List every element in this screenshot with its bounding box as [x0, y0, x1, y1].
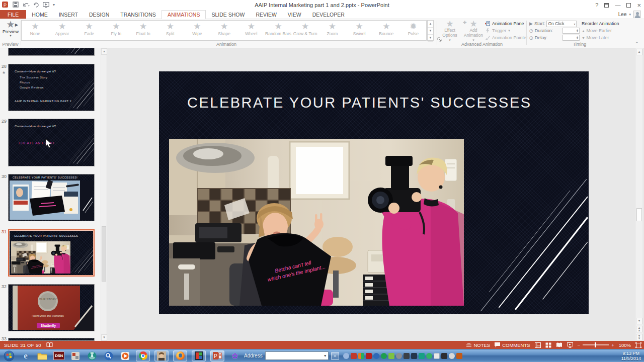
normal-view-icon[interactable] — [535, 342, 541, 348]
animation-style-none[interactable]: ★None — [22, 21, 49, 40]
fit-slide-to-window-icon[interactable] — [635, 342, 641, 348]
zoom-slider[interactable]: − + — [578, 342, 614, 348]
start-from-beginning-icon[interactable] — [43, 2, 49, 8]
restore-icon[interactable] — [626, 3, 631, 8]
animation-style-grow-turn[interactable]: ★Grow & Turn — [292, 21, 319, 40]
next-slide-icon[interactable]: ▼▼ — [636, 334, 642, 340]
tray-icon[interactable] — [419, 353, 425, 359]
tray-icon[interactable] — [404, 353, 410, 359]
tab-review[interactable]: REVIEW — [250, 10, 282, 19]
move-earlier-button[interactable]: ▲ Move Earlier — [582, 27, 632, 34]
zoom-knob[interactable] — [595, 342, 596, 347]
ribbon-display-options-icon[interactable] — [604, 3, 609, 8]
start-button[interactable] — [3, 350, 15, 361]
notes-button[interactable]: NOTES — [466, 342, 490, 348]
tiles-app-icon[interactable] — [192, 350, 206, 361]
media-app-icon[interactable] — [69, 350, 82, 361]
previous-slide-icon[interactable]: ▲▲ — [636, 326, 642, 332]
animation-style-fade[interactable]: ★Fade — [75, 21, 103, 40]
zoom-in-icon[interactable]: + — [611, 342, 614, 348]
tray-icon[interactable] — [388, 353, 394, 359]
thumbnail-slide-30[interactable]: CELEBRATE YOUR PATIENTS' SUCCESSES! — [8, 174, 95, 221]
scroll-down-icon[interactable]: ▼ — [636, 318, 642, 324]
tray-icon[interactable] — [373, 353, 379, 359]
tab-slideshow[interactable]: SLIDE SHOW — [206, 10, 250, 19]
thumbnail-slide-27-partial[interactable] — [8, 48, 95, 56]
flower-app-icon[interactable]: ✿ — [229, 350, 241, 361]
tray-icon[interactable] — [343, 353, 349, 359]
tray-icon[interactable] — [449, 353, 455, 359]
scroll-up-icon[interactable]: ▲ — [636, 49, 642, 55]
tray-icon[interactable] — [441, 353, 447, 359]
tray-icon[interactable] — [381, 353, 387, 359]
collapse-ribbon-icon[interactable]: ⌃ — [635, 41, 639, 46]
minimize-icon[interactable]: — — [615, 2, 620, 8]
animation-style-random-bars[interactable]: ★Random Bars — [265, 21, 292, 40]
add-animation-button[interactable]: ✚★ Add Animation ▾ — [462, 20, 485, 43]
slide-sorter-view-icon[interactable] — [545, 342, 551, 348]
gallery-scroll-down-icon[interactable]: ▼ — [428, 28, 433, 35]
patient-photo[interactable] — [169, 139, 464, 306]
address-input[interactable]: ▼ — [265, 351, 329, 360]
taskbar-clock[interactable]: 9:13 PM 11/5/2014 — [621, 351, 644, 361]
tray-icon[interactable] — [434, 353, 440, 359]
thumbnail-scrollbar[interactable]: ▲ ▼ — [101, 48, 107, 341]
animation-style-wipe[interactable]: ★Wipe — [184, 21, 211, 40]
address-go-icon[interactable]: » — [331, 352, 339, 360]
thumbnail-slide-28[interactable]: Content—How do we get it? The Success St… — [8, 64, 95, 111]
tab-animations[interactable]: ANIMATIONS — [162, 10, 206, 19]
tray-icon[interactable] — [358, 353, 364, 359]
animation-style-split[interactable]: ★Split — [156, 21, 184, 40]
close-icon[interactable]: × — [637, 2, 641, 9]
slide-title[interactable]: CELEBRATE YOUR PATIENTS' SUCCESSES — [187, 95, 532, 111]
firefox-icon[interactable] — [173, 350, 187, 361]
tab-insert[interactable]: INSERT — [53, 10, 84, 19]
tab-view[interactable]: VIEW — [282, 10, 307, 19]
chrome-icon[interactable] — [136, 350, 150, 361]
scroll-down-icon[interactable]: ▼ — [101, 334, 107, 341]
effect-options-button[interactable]: ★ Effect Options ▾ — [439, 20, 461, 43]
player-app-icon[interactable] — [119, 350, 131, 361]
undo-icon[interactable] — [22, 2, 30, 8]
powerpoint-taskbar-icon[interactable]: P — [210, 350, 224, 361]
duration-spinner[interactable]: ▲▼ — [562, 28, 580, 34]
scrollbar-thumb[interactable] — [636, 208, 642, 221]
chevron-down-icon[interactable]: ▼ — [324, 354, 327, 357]
tray-icon[interactable] — [366, 353, 372, 359]
zoom-out-icon[interactable]: − — [578, 342, 581, 348]
animation-style-swivel[interactable]: ★Swivel — [346, 21, 373, 40]
tray-icon[interactable] — [396, 353, 402, 359]
slideshow-view-icon[interactable] — [567, 342, 573, 348]
move-later-button[interactable]: ▼ Move Later — [582, 34, 632, 41]
start-select[interactable]: On Click▾ — [546, 21, 577, 27]
photo-window-icon[interactable] — [154, 350, 169, 361]
delay-spinner[interactable]: ▲▼ — [562, 35, 580, 41]
spellcheck-icon[interactable] — [46, 342, 53, 347]
dsn-app-icon[interactable]: DSN — [53, 350, 65, 361]
thumbnail-slide-31-selected[interactable]: CELEBRATE YOUR PATIENTS' SUCCESSES — [8, 229, 95, 277]
tab-design[interactable]: DESIGN — [84, 10, 115, 19]
spin-down-icon[interactable]: ▼ — [576, 30, 579, 33]
tab-file[interactable]: FILE — [0, 10, 26, 19]
comments-button[interactable]: COMMENTS — [495, 342, 530, 348]
animation-style-appear[interactable]: ★Appear — [49, 21, 76, 40]
file-explorer-icon[interactable] — [36, 350, 48, 361]
search-app-icon[interactable] — [103, 350, 115, 361]
scrollbar-thumb[interactable] — [102, 226, 106, 282]
scroll-up-icon[interactable]: ▲ — [101, 48, 107, 55]
customize-qat-icon[interactable]: ▾ — [53, 3, 55, 7]
internet-explorer-icon[interactable]: e — [20, 350, 32, 361]
zoom-track[interactable] — [583, 344, 609, 345]
gallery-scroll-up-icon[interactable]: ▲ — [428, 21, 433, 28]
tray-icon[interactable] — [456, 353, 462, 359]
account-area[interactable]: Lee ▾ — [618, 10, 644, 19]
redo-icon[interactable] — [33, 2, 39, 8]
zoom-level[interactable]: 100% — [619, 342, 631, 348]
reading-view-icon[interactable] — [556, 342, 562, 348]
animation-style-shape[interactable]: ★Shape — [211, 21, 238, 40]
spin-down-icon[interactable]: ▼ — [576, 37, 579, 40]
gallery-more-icon[interactable]: ▼ — [428, 35, 433, 42]
preview-button[interactable]: ★▶ Preview ▾ — [1, 20, 20, 41]
animation-style-zoom[interactable]: ★Zoom — [319, 21, 346, 40]
help-icon[interactable]: ? — [595, 2, 598, 8]
